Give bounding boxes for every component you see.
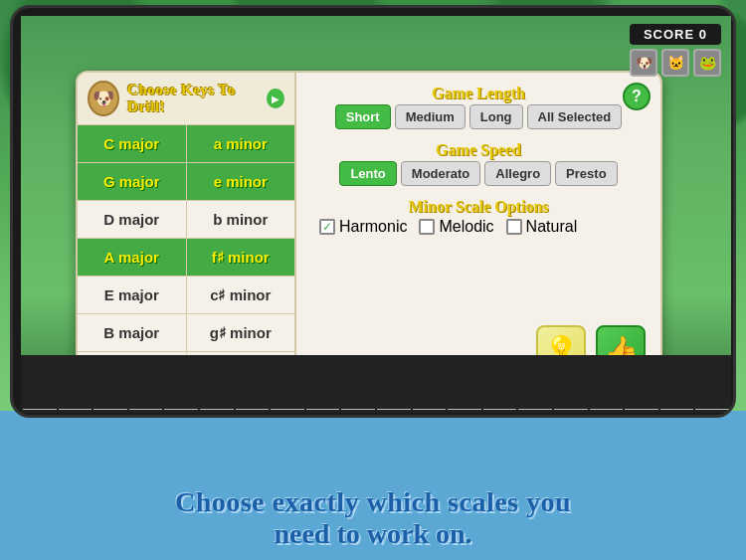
piano-key-4[interactable] — [129, 409, 163, 410]
key-a-minor[interactable]: a minor — [187, 125, 295, 162]
bottom-line2: need to work on. — [0, 518, 746, 550]
piano-key-14[interactable] — [483, 409, 517, 410]
game-speed-title: Game Speed — [311, 141, 646, 159]
key-b-minor[interactable]: b minor — [187, 201, 295, 238]
piano-key-8[interactable] — [271, 409, 304, 410]
minor-scale-section: Minor Scale Options ✓ Harmonic Melodic — [311, 198, 646, 236]
avatar-2[interactable]: 🐱 — [661, 49, 689, 77]
device-screen: SCORE 0 🐶 🐱 🐸 🐶 Choose Keys To Drill! ▶ — [21, 16, 731, 413]
keys-header: 🐶 Choose Keys To Drill! ▶ — [78, 73, 294, 125]
piano-key-1[interactable] — [23, 409, 57, 410]
help-button[interactable]: ? — [623, 83, 651, 110]
main-panel: 🐶 Choose Keys To Drill! ▶ C major a mino… — [76, 71, 662, 389]
key-d-major[interactable]: D major — [78, 201, 187, 238]
melodic-label: Melodic — [439, 218, 493, 236]
piano-key-9[interactable] — [306, 409, 340, 410]
piano-key-6[interactable] — [200, 409, 234, 410]
piano-key-2[interactable] — [59, 409, 93, 410]
piano-key-16[interactable] — [554, 409, 588, 410]
game-speed-section: Game Speed Lento Moderato Allegro Presto — [311, 141, 646, 186]
piano-key-11[interactable] — [377, 409, 411, 410]
key-row-e[interactable]: E major c♯ minor — [78, 277, 294, 314]
piano-key-17[interactable] — [590, 409, 624, 410]
key-c-major[interactable]: C major — [78, 125, 187, 162]
score-box: SCORE 0 — [630, 24, 721, 45]
game-speed-buttons: Lento Moderato Allegro Presto — [311, 161, 646, 186]
piano-key-7[interactable] — [236, 409, 270, 410]
avatar-1[interactable]: 🐶 — [630, 49, 657, 77]
game-length-buttons: Short Medium Long All Selected — [311, 104, 646, 129]
piano-keys — [21, 355, 731, 413]
key-fsharp-minor[interactable]: f♯ minor — [187, 239, 295, 276]
piano-key-20[interactable] — [695, 409, 729, 410]
avatar-3[interactable]: 🐸 — [693, 49, 721, 77]
key-g-major[interactable]: G major — [78, 163, 187, 200]
key-gsharp-minor[interactable]: g♯ minor — [187, 314, 295, 351]
keys-header-title: Choose Keys To Drill! — [127, 82, 259, 115]
mascot-icon: 🐶 — [88, 81, 119, 116]
key-row-b[interactable]: B major g♯ minor — [78, 314, 294, 352]
key-a-major[interactable]: A major — [78, 239, 187, 276]
harmonic-checkbox[interactable]: ✓ — [319, 219, 335, 235]
piano-key-15[interactable] — [518, 409, 552, 410]
piano-key-5[interactable] — [164, 409, 198, 410]
melodic-checkbox[interactable] — [419, 219, 435, 235]
bottom-line1: Choose exactly which scales you — [0, 486, 746, 518]
piano-key-12[interactable] — [413, 409, 447, 410]
key-e-major[interactable]: E major — [78, 277, 187, 313]
piano-key-10[interactable] — [341, 409, 375, 410]
speed-moderato-button[interactable]: Moderato — [401, 161, 481, 186]
key-b-major[interactable]: B major — [78, 314, 187, 351]
options-column: ? Game Length Short Medium Long All Sele… — [296, 73, 660, 387]
piano-key-18[interactable] — [625, 409, 658, 410]
piano-key-13[interactable] — [448, 409, 481, 410]
bottom-text: Choose exactly which scales you need to … — [0, 486, 746, 550]
device-frame: SCORE 0 🐶 🐱 🐸 🐶 Choose Keys To Drill! ▶ — [10, 5, 736, 418]
speed-allegro-button[interactable]: Allegro — [484, 161, 551, 186]
piano-key-19[interactable] — [660, 409, 694, 410]
piano-key-3[interactable] — [93, 409, 127, 410]
speed-presto-button[interactable]: Presto — [555, 161, 617, 186]
key-e-minor[interactable]: e minor — [187, 163, 295, 200]
natural-checkbox[interactable] — [506, 219, 522, 235]
key-csharp-minor[interactable]: c♯ minor — [187, 277, 295, 313]
length-all-button[interactable]: All Selected — [527, 104, 623, 129]
key-row-d[interactable]: D major b minor — [78, 201, 294, 239]
score-area: SCORE 0 🐶 🐱 🐸 — [630, 24, 721, 77]
score-value: 0 — [699, 27, 707, 42]
harmonic-label: Harmonic — [339, 218, 407, 236]
game-length-section: Game Length Short Medium Long All Select… — [311, 85, 646, 129]
score-label: SCORE — [644, 27, 694, 42]
key-row-c[interactable]: C major a minor — [78, 125, 294, 163]
length-short-button[interactable]: Short — [335, 104, 391, 129]
length-long-button[interactable]: Long — [469, 104, 523, 129]
melodic-option[interactable]: Melodic — [419, 218, 493, 236]
avatar-row: 🐶 🐱 🐸 — [630, 49, 721, 77]
harmonic-option[interactable]: ✓ Harmonic — [319, 218, 407, 236]
minor-scale-title: Minor Scale Options — [311, 198, 646, 216]
minor-scale-options: ✓ Harmonic Melodic Natural — [311, 218, 646, 236]
keys-column: 🐶 Choose Keys To Drill! ▶ C major a mino… — [78, 73, 296, 387]
natural-option[interactable]: Natural — [506, 218, 578, 236]
play-button[interactable]: ▶ — [267, 89, 284, 108]
key-row-a[interactable]: A major f♯ minor — [78, 239, 294, 277]
key-row-g[interactable]: G major e minor — [78, 163, 294, 201]
natural-label: Natural — [526, 218, 578, 236]
game-length-title: Game Length — [311, 85, 646, 102]
length-medium-button[interactable]: Medium — [395, 104, 466, 129]
speed-lento-button[interactable]: Lento — [339, 161, 396, 186]
